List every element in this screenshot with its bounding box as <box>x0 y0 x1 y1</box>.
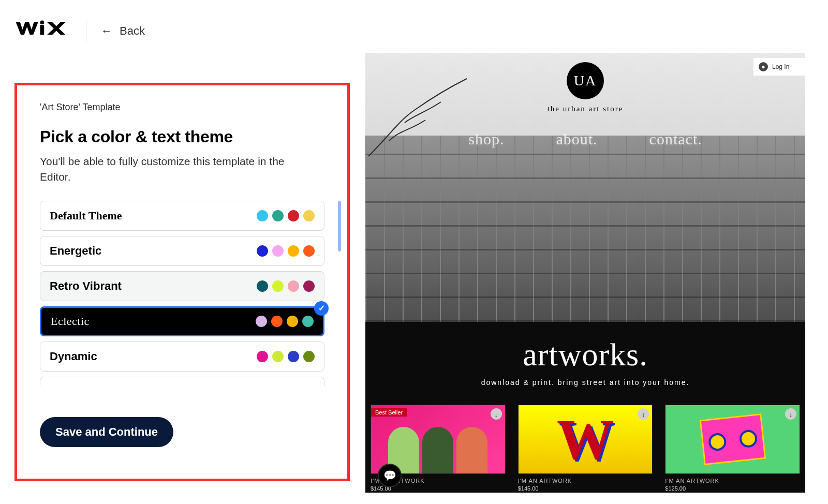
swatch <box>271 316 283 327</box>
product-caption: I'M AN ARTWORK $125.00 <box>665 477 800 493</box>
check-icon: ✓ <box>314 301 329 316</box>
theme-option-default[interactable]: Default Theme <box>40 201 324 231</box>
tagline: the urban art store <box>365 105 805 113</box>
swatch <box>288 210 299 221</box>
themes-list-wrap: Default Theme Energetic Retro <box>40 201 324 397</box>
swatch <box>303 245 315 257</box>
nav-contact[interactable]: contact. <box>649 130 702 148</box>
product-image <box>666 405 800 473</box>
chat-icon[interactable]: 💬 <box>378 464 402 487</box>
product-grid: Best Seller ↓ W ↓ ↓ <box>371 405 800 474</box>
nav-menu: shop. about. contact. <box>365 130 805 148</box>
swatch <box>272 210 284 221</box>
nav-shop[interactable]: shop. <box>468 130 504 148</box>
product-name: I'M AN ARTWORK <box>518 477 653 485</box>
login-button[interactable]: ● Log In <box>753 58 805 76</box>
arrow-left-icon: ← <box>101 24 112 38</box>
theme-option-dynamic[interactable]: Dynamic <box>40 342 324 372</box>
svg-rect-0 <box>40 25 45 35</box>
theme-option-eclectic[interactable]: Eclectic <box>40 306 324 336</box>
product-name: I'M AN ARTWORK <box>665 477 800 485</box>
theme-label: Dynamic <box>50 350 97 363</box>
product-card[interactable]: ↓ <box>665 405 800 474</box>
swatches <box>257 210 315 221</box>
swatch <box>303 351 315 362</box>
artworks-section: artworks. download & print. bring street… <box>365 322 805 387</box>
product-price: $125.00 <box>665 485 800 493</box>
user-icon: ● <box>759 62 768 71</box>
theme-option-energetic[interactable]: Energetic <box>40 236 324 266</box>
back-label: Back <box>120 24 145 38</box>
swatches <box>257 280 315 292</box>
template-preview: ● Log In UA the urban art store shop. ab… <box>365 53 805 493</box>
artworks-subtitle: download & print. bring street art into … <box>365 378 805 387</box>
swatches <box>257 351 315 362</box>
theme-option-more[interactable] <box>40 377 324 386</box>
product-image: W <box>519 405 653 473</box>
theme-option-retro-vibrant[interactable]: Retro Vibrant <box>40 271 324 301</box>
swatch <box>257 280 268 292</box>
theme-label: Default Theme <box>50 209 122 223</box>
login-label: Log In <box>772 63 789 70</box>
swatches <box>256 316 314 327</box>
swatch <box>288 351 299 362</box>
swatch <box>302 316 314 327</box>
download-icon[interactable]: ↓ <box>491 408 502 420</box>
swatch <box>257 245 268 257</box>
swatch <box>303 280 315 292</box>
brand-badge: UA <box>567 62 604 99</box>
product-card[interactable]: W ↓ <box>518 405 653 474</box>
artworks-title: artworks. <box>365 336 805 373</box>
product-caption: I'M AN ARTWORK $145.00 <box>518 477 653 493</box>
product-captions: I'M AN ARTWORK $145.00 I'M AN ARTWORK $1… <box>371 477 800 493</box>
back-button[interactable]: ← Back <box>101 24 145 38</box>
theme-label: Eclectic <box>51 315 90 328</box>
swatch <box>272 351 284 362</box>
building-photo <box>365 136 805 322</box>
download-icon[interactable]: ↓ <box>785 408 796 420</box>
swatch <box>256 316 267 327</box>
save-and-continue-button[interactable]: Save and Continue <box>40 417 173 447</box>
swatches <box>257 245 315 257</box>
theme-label: Retro Vibrant <box>50 279 122 293</box>
swatch <box>288 280 299 292</box>
nav-about[interactable]: about. <box>556 130 597 148</box>
swatch <box>272 245 284 257</box>
header-divider <box>86 20 86 42</box>
scrollbar-thumb[interactable] <box>338 201 341 251</box>
swatch <box>287 316 298 327</box>
branch-illustration <box>368 73 472 161</box>
swatch <box>257 351 268 362</box>
wix-logo <box>14 17 71 46</box>
panel-title: Pick a color & text theme <box>40 127 324 146</box>
panel-subtitle: You'll be able to fully customize this t… <box>40 154 299 185</box>
swatch <box>272 280 284 292</box>
theme-option-eclectic-wrap: Eclectic ✓ <box>40 306 324 336</box>
theme-label: Energetic <box>50 244 101 258</box>
swatch <box>257 210 268 221</box>
breadcrumb: 'Art Store' Template <box>40 102 324 113</box>
themes-list: Default Theme Energetic Retro <box>40 201 324 386</box>
theme-panel: 'Art Store' Template Pick a color & text… <box>14 83 350 481</box>
svg-point-1 <box>40 20 45 24</box>
best-seller-badge: Best Seller <box>371 408 407 417</box>
swatch <box>303 210 315 221</box>
product-price: $145.00 <box>518 485 653 493</box>
swatch <box>288 245 299 257</box>
